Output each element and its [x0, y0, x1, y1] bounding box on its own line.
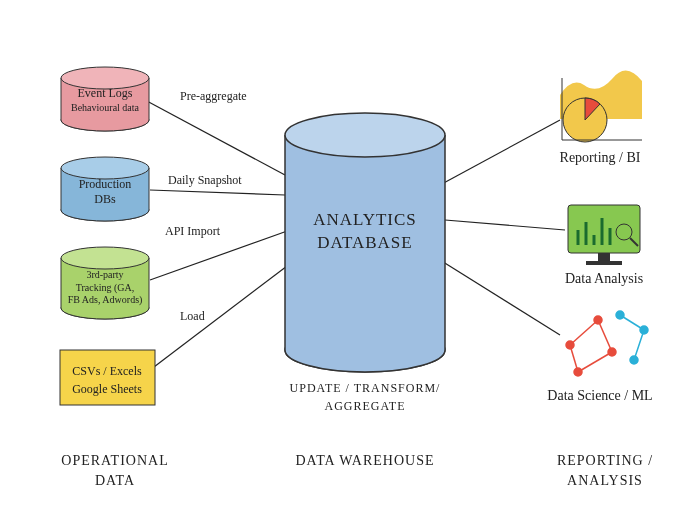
- svg-line-33: [570, 320, 598, 345]
- arrow-label-api: API Import: [165, 224, 221, 238]
- db-caption1: UPDATE / TRANSFORM/: [290, 381, 441, 395]
- svg-line-40: [620, 315, 644, 330]
- analytics-db: ANALYTICS DATABASE: [285, 113, 445, 372]
- svg-line-35: [578, 352, 612, 372]
- section-right1: REPORTING /: [557, 453, 653, 468]
- svg-line-34: [598, 320, 612, 352]
- ml-label: Data Science / ML: [547, 388, 652, 403]
- svg-line-0: [145, 100, 285, 175]
- tracking-sub: Tracking (GA,: [76, 282, 135, 294]
- analysis-label: Data Analysis: [565, 271, 643, 286]
- source-csvs: CSVs / Excels Google Sheets: [60, 350, 155, 405]
- source-proddbs: Production DBs: [61, 157, 149, 221]
- output-reporting: [560, 70, 642, 142]
- svg-rect-20: [598, 253, 610, 261]
- svg-line-6: [440, 260, 560, 335]
- db-title1: ANALYTICS: [313, 210, 417, 229]
- svg-line-1: [150, 190, 285, 195]
- db-caption2: AGGREGATE: [325, 399, 406, 413]
- svg-line-3: [150, 260, 295, 370]
- source-eventlogs: Event Logs Behavioural data: [61, 67, 149, 131]
- svg-line-4: [440, 120, 560, 185]
- proddbs-sub: DBs: [94, 192, 116, 206]
- eventlogs-title: Event Logs: [78, 86, 133, 100]
- svg-rect-19: [568, 205, 640, 253]
- svg-line-36: [570, 345, 578, 372]
- reporting-label: Reporting / BI: [560, 150, 641, 165]
- tracking-title: 3rd-party: [86, 269, 123, 280]
- svg-line-41: [634, 330, 644, 360]
- section-left2: DATA: [95, 473, 135, 488]
- svg-line-5: [445, 220, 565, 230]
- tracking-sub2: FB Ads, Adwords): [68, 294, 143, 306]
- svg-point-15: [285, 113, 445, 157]
- svg-point-10: [61, 157, 149, 179]
- output-ml: [566, 311, 648, 376]
- svg-point-12: [61, 247, 149, 269]
- arrow-label-preagg: Pre-aggregate: [180, 89, 247, 103]
- output-analysis: [568, 205, 640, 265]
- arrow-label-load: Load: [180, 309, 205, 323]
- proddbs-title: Production: [79, 177, 132, 191]
- section-right2: ANALYSIS: [567, 473, 643, 488]
- db-title2: DATABASE: [317, 233, 412, 252]
- svg-rect-21: [586, 261, 622, 265]
- section-left1: OPERATIONAL: [61, 453, 168, 468]
- arrow-label-snapshot: Daily Snapshot: [168, 173, 242, 187]
- csvs-title: CSVs / Excels: [72, 364, 142, 378]
- source-tracking: 3rd-party Tracking (GA, FB Ads, Adwords): [61, 247, 149, 319]
- csvs-sub: Google Sheets: [72, 382, 142, 396]
- section-mid: DATA WAREHOUSE: [295, 453, 434, 468]
- eventlogs-sub: Behavioural data: [71, 102, 140, 113]
